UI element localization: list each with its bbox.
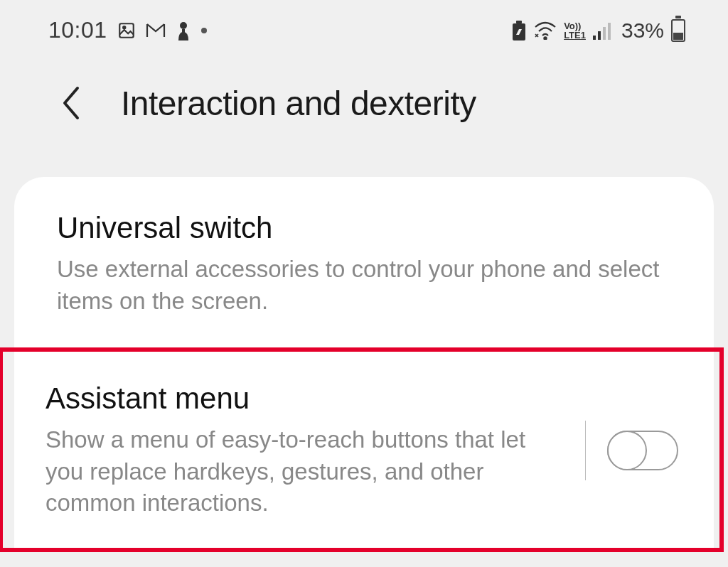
setting-description: Use external accessories to control your…	[57, 254, 671, 317]
svg-rect-0	[119, 23, 134, 38]
setting-assistant-menu[interactable]: Assistant menu Show a menu of easy-to-re…	[14, 349, 714, 552]
settings-card: Universal switch Use external accessorie…	[14, 177, 714, 552]
lte-indicator: Vo)) LTE1	[564, 21, 586, 40]
svg-rect-5	[516, 21, 522, 23]
svg-rect-9	[603, 27, 606, 40]
setting-description: Show a menu of easy-to-reach buttons tha…	[46, 424, 564, 519]
chevron-left-icon	[60, 85, 82, 121]
status-bar: 10:01	[0, 0, 728, 50]
battery-saver-icon	[511, 21, 527, 40]
lte-line2: LTE1	[564, 31, 586, 40]
back-button[interactable]	[55, 82, 87, 124]
setting-universal-switch[interactable]: Universal switch Use external accessorie…	[14, 180, 714, 348]
person-icon	[176, 21, 191, 40]
vertical-separator	[585, 421, 587, 480]
svg-rect-3	[182, 29, 185, 33]
toggle-knob	[607, 431, 647, 470]
svg-point-6	[545, 37, 547, 39]
clock-time: 10:01	[48, 17, 107, 43]
svg-point-1	[123, 26, 125, 28]
setting-title: Universal switch	[57, 211, 671, 245]
image-icon	[117, 21, 136, 40]
gmail-icon	[146, 23, 166, 38]
page-title: Interaction and dexterity	[121, 84, 476, 123]
assistant-menu-toggle[interactable]	[607, 431, 678, 470]
status-right: Vo)) LTE1 33%	[511, 18, 685, 43]
more-dot-icon	[201, 28, 207, 33]
setting-text: Assistant menu Show a menu of easy-to-re…	[46, 382, 578, 519]
setting-title: Assistant menu	[46, 382, 564, 416]
battery-percentage: 33%	[621, 18, 664, 43]
svg-point-2	[180, 22, 187, 29]
page-header: Interaction and dexterity	[0, 50, 728, 177]
svg-rect-7	[593, 36, 596, 40]
lte-line1: Vo))	[564, 21, 586, 31]
signal-icon	[593, 21, 614, 40]
battery-icon	[671, 19, 685, 42]
wifi-icon	[534, 21, 557, 40]
svg-rect-10	[608, 23, 611, 40]
status-left: 10:01	[48, 17, 207, 43]
svg-rect-8	[598, 31, 601, 40]
